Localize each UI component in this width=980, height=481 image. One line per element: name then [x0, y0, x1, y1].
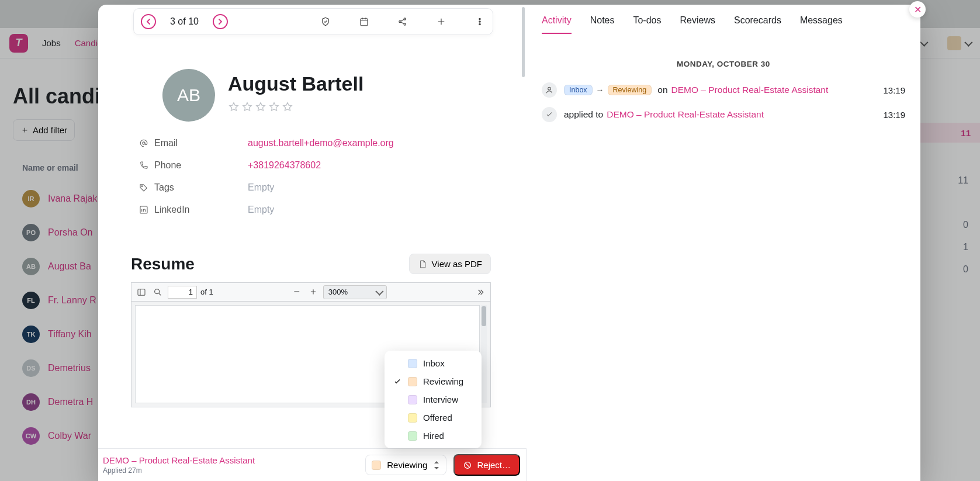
share-icon: [397, 16, 408, 27]
tags-value[interactable]: Empty: [248, 182, 274, 193]
detail-email: Email august.bartell+demo@example.org: [139, 132, 491, 154]
stage-option[interactable]: Reviewing: [385, 372, 482, 390]
tag-icon: [139, 183, 148, 192]
pager-count: 3 of 10: [170, 16, 199, 27]
svg-point-3: [404, 23, 406, 25]
stage-swatch: [408, 413, 417, 423]
tab-todos[interactable]: To-dos: [633, 15, 661, 34]
email-value[interactable]: august.bartell+demo@example.org: [248, 138, 394, 148]
tab-scorecards[interactable]: Scorecards: [734, 15, 781, 34]
file-pdf-icon: [418, 259, 427, 269]
phone-icon: [139, 161, 148, 170]
prohibit-icon: [463, 461, 472, 470]
chevron-down-icon: [375, 287, 383, 295]
pdf-search-button[interactable]: [151, 286, 164, 299]
job-info: DEMO – Product Real-Estate Assistant App…: [98, 455, 365, 475]
stage-swatch: [372, 461, 381, 470]
check-icon: [393, 378, 402, 386]
pdf-zoom-in[interactable]: ＋: [307, 286, 320, 299]
svg-rect-10: [138, 289, 145, 295]
stage-option-label: Hired: [423, 431, 444, 441]
candidate-avatar: AB: [162, 69, 215, 122]
detail-tags: Tags Empty: [139, 177, 491, 199]
rating-stars[interactable]: [228, 101, 363, 113]
arrow-right-icon: →: [596, 85, 604, 95]
calendar-button[interactable]: [358, 16, 370, 27]
tab-activity[interactable]: Activity: [542, 15, 572, 34]
svg-point-6: [479, 23, 480, 25]
pdf-zoom-value: 300%: [328, 288, 348, 296]
stage-select-button[interactable]: Reviewing: [365, 455, 446, 475]
close-modal-button[interactable]: ✕: [909, 1, 926, 18]
star-icon: [268, 101, 280, 113]
pdf-sidebar-toggle[interactable]: [135, 286, 148, 299]
pdf-zoom-select[interactable]: 300%: [323, 285, 387, 299]
stage-pill-from: Inbox: [564, 85, 593, 95]
calendar-icon: [359, 16, 369, 27]
view-as-pdf-button[interactable]: View as PDF: [409, 254, 491, 274]
detail-tabs: Activity Notes To-dos Reviews Scorecards…: [542, 15, 905, 34]
star-icon: [282, 101, 293, 113]
view-as-pdf-label: View as PDF: [432, 259, 482, 269]
tab-messages[interactable]: Messages: [800, 15, 843, 34]
applied-time: Applied 27m: [103, 466, 365, 475]
stage-option[interactable]: Inbox: [385, 354, 482, 372]
phone-value[interactable]: +3819264378602: [248, 160, 321, 171]
star-icon: [255, 101, 266, 113]
svg-point-1: [399, 20, 401, 22]
svg-point-4: [479, 18, 480, 19]
reject-button[interactable]: Reject…: [453, 454, 520, 476]
tab-reviews[interactable]: Reviews: [680, 15, 715, 34]
pdf-page-of: of 1: [200, 288, 213, 296]
stage-option[interactable]: Hired: [385, 427, 482, 445]
linkedin-value[interactable]: Empty: [248, 205, 274, 215]
at-icon: [139, 139, 148, 148]
tab-notes[interactable]: Notes: [590, 15, 615, 34]
svg-point-11: [155, 289, 160, 293]
next-candidate-button[interactable]: [213, 14, 228, 29]
pdf-page-input[interactable]: [168, 286, 197, 299]
detail-label: LinkedIn: [154, 205, 190, 215]
svg-point-7: [143, 142, 145, 144]
search-icon: [153, 288, 162, 297]
stage-swatch: [408, 359, 417, 368]
modal-bottom-bar: DEMO – Product Real-Estate Assistant App…: [98, 448, 526, 481]
job-link[interactable]: DEMO – Product Real-Estate Assistant: [103, 455, 365, 465]
detail-label: Phone: [154, 160, 181, 171]
chevrons-right-icon: [476, 288, 485, 297]
stage-swatch: [408, 395, 417, 404]
star-icon: [241, 101, 253, 113]
stage-option[interactable]: Offered: [385, 409, 482, 427]
svg-point-2: [404, 18, 406, 20]
svg-point-13: [548, 87, 551, 90]
activity-time: 13:19: [883, 110, 905, 120]
star-icon: [228, 101, 240, 113]
left-pane-scrollbar[interactable]: [521, 5, 527, 448]
add-button[interactable]: [435, 16, 447, 27]
activity-job-link[interactable]: DEMO – Product Real-Estate Assistant: [607, 109, 764, 120]
candidate-details: Email august.bartell+demo@example.org Ph…: [98, 122, 526, 221]
pdf-scrollbar[interactable]: [481, 305, 487, 403]
activity-time: 13:19: [883, 85, 905, 95]
pdf-toolbar: of 1 − ＋ 300%: [131, 283, 490, 302]
stage-option-label: Reviewing: [423, 376, 463, 386]
pdf-more-button[interactable]: [474, 286, 487, 299]
prev-candidate-button[interactable]: [141, 14, 156, 29]
detail-label: Tags: [154, 182, 174, 193]
detail-label: Email: [154, 138, 178, 148]
modal-topbar: 3 of 10: [133, 8, 493, 35]
shield-button[interactable]: [320, 16, 331, 27]
candidate-name: August Bartell: [228, 72, 363, 95]
more-button[interactable]: [474, 16, 486, 27]
profile-header: AB August Bartell: [98, 35, 526, 122]
activity-row-applied: applied to DEMO – Product Real-Estate As…: [542, 102, 905, 127]
stage-option-label: Interview: [423, 395, 458, 404]
stage-option[interactable]: Interview: [385, 390, 482, 409]
pdf-zoom-out[interactable]: −: [290, 286, 303, 299]
close-icon: ✕: [914, 4, 922, 15]
plus-icon: [436, 16, 446, 27]
stage-popover: InboxReviewingInterviewOfferedHired: [385, 351, 482, 448]
activity-date-header: MONDAY, OCTOBER 30: [542, 60, 905, 68]
share-button[interactable]: [397, 16, 408, 27]
activity-job-link[interactable]: DEMO – Product Real-Estate Assistant: [671, 85, 829, 95]
